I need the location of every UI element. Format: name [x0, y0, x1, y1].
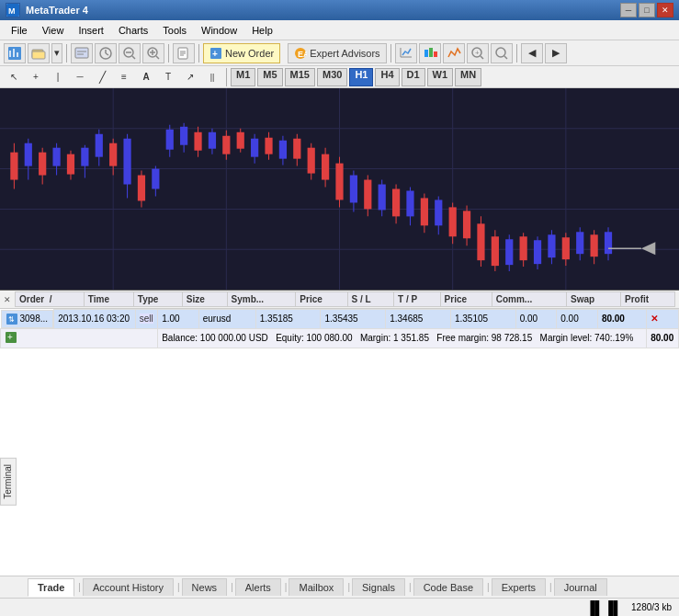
status-bar: ▐▌▐▌ 1280/3 kb [0, 598, 679, 616]
menu-tools[interactable]: Tools [155, 23, 194, 38]
tf-w1[interactable]: W1 [427, 68, 454, 86]
close-button[interactable]: ✕ [657, 3, 673, 17]
svg-rect-74 [180, 127, 187, 145]
title-bar: M MetaTrader 4 ─ □ ✕ [0, 0, 679, 20]
menu-insert[interactable]: Insert [71, 23, 111, 38]
toolbar-trade[interactable] [419, 43, 441, 63]
memory-status: 1280/3 kb [631, 602, 672, 612]
toolbar-new-chart[interactable] [4, 43, 26, 63]
svg-rect-86 [265, 138, 272, 154]
toolbar-zoom[interactable]: + [467, 43, 489, 63]
tab-signals[interactable]: Signals [352, 578, 405, 596]
toolbar-profiles[interactable] [71, 43, 93, 63]
toolbar-drawing: ↖ + | ─ ╱ ≡ A T ↗ || M1 M5 M15 M30 H1 H4… [0, 66, 679, 88]
cursor-tool[interactable]: ↖ [4, 68, 24, 86]
tf-m5[interactable]: M5 [257, 68, 282, 86]
svg-rect-100 [364, 180, 371, 210]
toolbar-signals[interactable] [443, 43, 465, 63]
new-order-button[interactable]: + New Order [203, 43, 280, 63]
cell-open-price: 1.35185 [255, 310, 321, 329]
menu-help[interactable]: Help [244, 23, 280, 38]
menu-file[interactable]: File [4, 23, 35, 38]
trend-tool[interactable]: ╱ [92, 68, 112, 86]
cell-type: sell [135, 310, 157, 329]
svg-rect-78 [209, 132, 216, 149]
expert-advisors-button[interactable]: EA Expert Advisors [288, 43, 386, 63]
svg-rect-64 [109, 143, 117, 166]
toolbar-history[interactable] [395, 43, 417, 63]
period-sep-tool[interactable]: || [202, 68, 222, 86]
cell-close[interactable]: ✕ [647, 310, 679, 329]
toolbar-zoom2[interactable] [491, 43, 513, 63]
toolbar-forward[interactable]: ▶ [545, 43, 567, 63]
svg-rect-70 [152, 169, 159, 189]
tab-mailbox[interactable]: Mailbox [289, 578, 344, 596]
label-tool[interactable]: T [158, 68, 178, 86]
crosshair-tool[interactable]: + [26, 68, 46, 86]
line-tool[interactable]: | [48, 68, 68, 86]
toolbar-dropdown-arrow[interactable]: ▾ [51, 43, 62, 63]
svg-rect-54 [39, 153, 46, 176]
svg-rect-120 [505, 239, 513, 265]
maximize-button[interactable]: □ [639, 3, 655, 17]
svg-rect-106 [406, 190, 413, 216]
tab-alerts[interactable]: Alerts [235, 578, 281, 596]
menu-view[interactable]: View [35, 23, 72, 38]
sidebar-terminal-label[interactable]: Terminal [0, 458, 17, 506]
svg-rect-8 [75, 48, 88, 58]
tab-experts[interactable]: Experts [492, 578, 546, 596]
toolbar-navigator[interactable] [95, 43, 117, 63]
svg-rect-33 [434, 51, 437, 57]
cell-time: 2013.10.16 03:20 [54, 310, 136, 329]
close-terminal-icon[interactable]: ✕ [4, 295, 11, 304]
tab-trade[interactable]: Trade [28, 578, 74, 597]
table-row[interactable]: ⇅ 3098... 2013.10.16 03:20 sell 1.00 eur… [1, 310, 679, 329]
col-swap: Swap [567, 292, 621, 307]
tf-m30[interactable]: M30 [317, 68, 347, 86]
svg-rect-31 [424, 50, 428, 57]
col-type: Type [133, 292, 182, 307]
toolbar-open[interactable] [28, 43, 50, 63]
svg-rect-124 [534, 240, 541, 264]
fibonacci-tool[interactable]: ≡ [114, 68, 134, 86]
svg-rect-50 [10, 153, 17, 180]
col-profit: Profit [621, 292, 675, 307]
terminal-header: ✕ Order / Time Type Size Symb... Price S… [0, 291, 679, 309]
tab-code-base[interactable]: Code Base [413, 578, 483, 596]
cell-tp: 1.34685 [386, 310, 451, 329]
toolbar-templates[interactable] [173, 43, 195, 63]
tf-m1[interactable]: M1 [231, 68, 255, 86]
tf-d1[interactable]: D1 [402, 68, 425, 86]
svg-rect-32 [429, 48, 433, 57]
menu-window[interactable]: Window [194, 23, 244, 38]
hline-tool[interactable]: ─ [70, 68, 90, 86]
svg-rect-110 [435, 200, 442, 225]
svg-rect-108 [421, 198, 428, 225]
tf-m15[interactable]: M15 [285, 68, 315, 86]
minimize-button[interactable]: ─ [620, 3, 637, 17]
toolbar-sep-2 [168, 44, 169, 63]
col-curr-price: Price [440, 292, 492, 307]
toolbar-zoom-in[interactable] [142, 43, 164, 63]
svg-rect-88 [279, 141, 287, 159]
toolbar-zoom-out[interactable] [119, 43, 141, 63]
menu-charts[interactable]: Charts [111, 23, 155, 38]
svg-rect-126 [548, 234, 555, 257]
text-tool[interactable]: A [136, 68, 156, 86]
cell-curr-price: 1.35105 [450, 310, 515, 329]
tab-news[interactable]: News [182, 578, 228, 596]
tab-account-history[interactable]: Account History [83, 578, 174, 596]
col-size: Size [182, 292, 227, 307]
tf-h4[interactable]: H4 [375, 68, 399, 86]
svg-rect-80 [222, 136, 230, 154]
svg-rect-94 [322, 154, 329, 180]
tab-journal[interactable]: Journal [554, 578, 607, 596]
tf-mn[interactable]: MN [455, 68, 481, 86]
col-symbol: Symb... [227, 292, 296, 307]
toolbar-back[interactable]: ◀ [521, 43, 543, 63]
tf-h1[interactable]: H1 [349, 68, 373, 86]
cell-symbol: eurusd [198, 310, 255, 329]
chart-area[interactable] [0, 88, 679, 291]
status-bars-icon: ▐▌▐▌ [585, 600, 622, 615]
arrow-tool[interactable]: ↗ [180, 68, 200, 86]
